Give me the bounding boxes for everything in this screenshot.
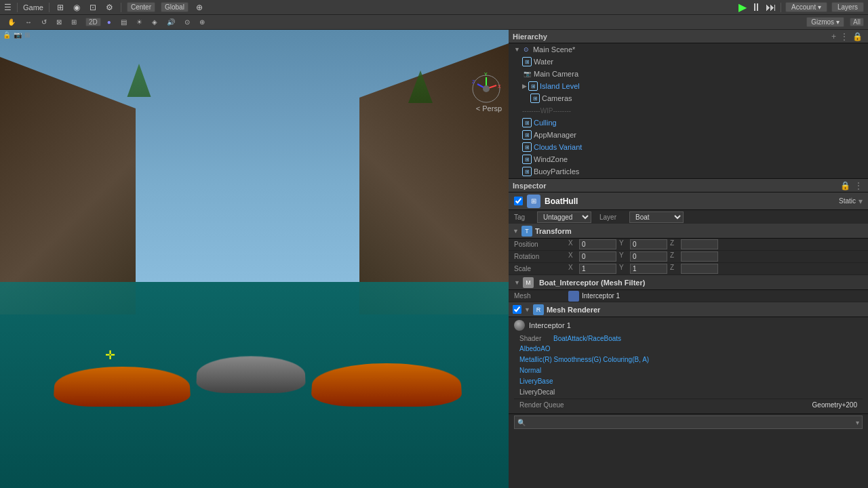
toolbar-icon7[interactable]: ▤ bbox=[117, 17, 130, 27]
icon-btn3[interactable]: ⊡ bbox=[87, 3, 98, 12]
inspector-search[interactable]: 🔍 ▾ bbox=[514, 415, 863, 429]
step-btn[interactable]: ⏭ bbox=[766, 1, 776, 14]
tag-select[interactable]: Untagged bbox=[537, 211, 591, 223]
play-btn[interactable]: ▶ bbox=[738, 1, 747, 14]
toolbar2: ✋ ↔ ↺ ⊠ ⊞ 2D ● ▤ ☀ ◈ 🔊 ⊙ ⊕ Gizmos ▾ All bbox=[0, 15, 868, 30]
center-button[interactable]: Center bbox=[127, 2, 155, 12]
toolbar-icon12[interactable]: ⊕ bbox=[196, 17, 208, 27]
scale-z-input[interactable] bbox=[681, 264, 718, 274]
toolbar-icon3[interactable]: ↺ bbox=[38, 17, 50, 27]
scene-lock-icon[interactable]: 🔒 bbox=[3, 31, 11, 39]
hier-water[interactable]: ⊞ Water bbox=[509, 56, 868, 68]
sy-axis: Y bbox=[619, 264, 627, 274]
toolbar-icon5[interactable]: ⊞ bbox=[68, 17, 80, 27]
account-button[interactable]: Account ▾ bbox=[785, 2, 827, 12]
pos-x-input[interactable] bbox=[579, 239, 616, 249]
albedo-label[interactable]: AlbedoAO bbox=[514, 343, 556, 354]
scale-y-input[interactable] bbox=[630, 264, 667, 274]
layer-select[interactable]: Boat bbox=[629, 211, 684, 223]
game-label: Game bbox=[23, 3, 43, 12]
file-menu-icon[interactable]: ☰ bbox=[4, 3, 12, 12]
hier-appmanager[interactable]: ⊞ AppManager bbox=[509, 129, 868, 141]
toolbar-icon2[interactable]: ↔ bbox=[22, 17, 35, 27]
mesh-renderer-checkbox[interactable] bbox=[513, 305, 521, 314]
mode-2d-btn[interactable]: 2D bbox=[85, 18, 101, 26]
hier-culling[interactable]: ⊞ Culling bbox=[509, 117, 868, 129]
object-header: ⊞ BoatHull Static ▾ bbox=[509, 192, 868, 210]
toolbar-icon4[interactable]: ⊠ bbox=[53, 17, 65, 27]
move-gizmo[interactable]: ✛ bbox=[105, 348, 115, 363]
pos-y-input[interactable] bbox=[630, 239, 667, 249]
icon-btn4[interactable]: ⚙ bbox=[104, 3, 115, 12]
hierarchy-panel: Hierarchy + ⋮ 🔒 ▼ ⊙ Main Scene* ⊞ Water … bbox=[509, 30, 868, 179]
hier-scene[interactable]: ▼ ⊙ Main Scene* bbox=[509, 43, 868, 56]
normal-label[interactable]: Normal bbox=[514, 365, 547, 376]
metallic-label[interactable]: Metallic(R) Smoothness(G) Colouring(B, A… bbox=[514, 354, 654, 365]
hierarchy-add-btn[interactable]: + bbox=[830, 32, 837, 41]
gizmos-button[interactable]: Gizmos ▾ bbox=[806, 17, 844, 27]
position-row: Position X Y Z bbox=[509, 239, 868, 251]
tag-label: Tag bbox=[514, 214, 534, 221]
svg-point-7 bbox=[483, 85, 490, 92]
hier-cameras[interactable]: ⊞ Cameras bbox=[509, 92, 868, 104]
toolbar-icon10[interactable]: 🔊 bbox=[163, 17, 178, 27]
toolbar-icon9[interactable]: ◈ bbox=[149, 17, 161, 27]
hierarchy-lock-btn[interactable]: 🔒 bbox=[851, 32, 864, 41]
pause-btn[interactable]: ⏸ bbox=[751, 1, 762, 14]
transform-expand[interactable]: ▼ bbox=[513, 228, 519, 235]
rot-y-input[interactable] bbox=[630, 251, 667, 262]
ry-axis: Y bbox=[619, 251, 627, 262]
hier-main-camera[interactable]: 📷 Main Camera bbox=[509, 68, 868, 80]
position-val: X Y Z bbox=[568, 239, 863, 249]
scale-x-input[interactable] bbox=[579, 264, 616, 274]
inspector-menu-btn[interactable]: ⋮ bbox=[853, 181, 864, 190]
inspector-panel: Inspector 🔒 ⋮ ⊞ BoatHull Static ▾ Tag bbox=[509, 179, 868, 488]
global-button[interactable]: Global bbox=[161, 2, 189, 12]
renderer-expand[interactable]: ▼ bbox=[524, 306, 530, 313]
mesh-renderer-title: Mesh Renderer bbox=[547, 306, 600, 314]
mesh-expand[interactable]: ▼ bbox=[514, 279, 520, 286]
static-arrow[interactable]: ▾ bbox=[859, 197, 863, 206]
toolbar-icon8[interactable]: ☀ bbox=[133, 17, 146, 27]
search-expand-icon[interactable]: ▾ bbox=[856, 419, 859, 426]
pos-z-input[interactable] bbox=[681, 239, 718, 249]
icon-btn2[interactable]: ◉ bbox=[71, 3, 82, 12]
hier-buoy[interactable]: ⊞ BuoyParticles bbox=[509, 165, 868, 178]
inspector-lock-btn[interactable]: 🔒 bbox=[839, 181, 852, 190]
search-input[interactable] bbox=[526, 419, 856, 426]
sx-axis: X bbox=[568, 264, 576, 274]
render-queue-label: Render Queue bbox=[519, 401, 564, 409]
hier-windzone[interactable]: ⊞ WindZone bbox=[509, 153, 868, 165]
scene-cam-icon[interactable]: 📷 bbox=[14, 31, 22, 39]
hier-cameras-label: Cameras bbox=[542, 94, 572, 102]
layers-button[interactable]: Layers bbox=[831, 2, 864, 12]
boat-right bbox=[311, 363, 462, 407]
scene-gizmo[interactable]: X Y Z bbox=[469, 72, 503, 106]
shader-value[interactable]: BoatAttack/RaceBoats bbox=[553, 335, 621, 342]
hier-sep: --------WIP-------- bbox=[509, 104, 868, 117]
toolbar-icon11[interactable]: ⊙ bbox=[181, 17, 193, 27]
hier-island-level[interactable]: ▶ ⊞ Island Level bbox=[509, 80, 868, 92]
toolbar-icon1[interactable]: ✋ bbox=[4, 17, 19, 27]
scale-val: X Y Z bbox=[568, 264, 863, 274]
cam-icon: 📷 bbox=[522, 69, 532, 79]
hierarchy-menu-btn[interactable]: ⋮ bbox=[839, 32, 850, 41]
rot-x-input[interactable] bbox=[579, 251, 616, 262]
icon-btn5[interactable]: ⊕ bbox=[194, 3, 205, 12]
static-label: Static bbox=[839, 197, 856, 205]
scene-res-icon[interactable]: ⊞ bbox=[24, 31, 30, 39]
livery-base-label[interactable]: LiveryBase bbox=[514, 375, 558, 387]
rot-z-input[interactable] bbox=[681, 251, 718, 262]
inspector-header: Inspector 🔒 ⋮ bbox=[509, 179, 868, 192]
rz-axis: Z bbox=[670, 251, 678, 262]
icon-btn1[interactable]: ⊞ bbox=[55, 3, 66, 12]
hier-clouds[interactable]: ⊞ Clouds Variant bbox=[509, 141, 868, 153]
transform-header: ▼ T Transform bbox=[509, 224, 868, 239]
transform-icon: T bbox=[521, 226, 532, 237]
mesh-renderer-header: ▼ R Mesh Renderer bbox=[509, 302, 868, 317]
all-button[interactable]: All bbox=[850, 18, 864, 26]
scene-view[interactable]: < Persp X Y Z 🔒 📷 ⊞ ✛ bbox=[0, 30, 509, 488]
toolbar-icon6[interactable]: ● bbox=[104, 17, 115, 27]
obj-icon-water: ⊞ bbox=[522, 57, 532, 66]
active-checkbox[interactable] bbox=[514, 197, 523, 205]
